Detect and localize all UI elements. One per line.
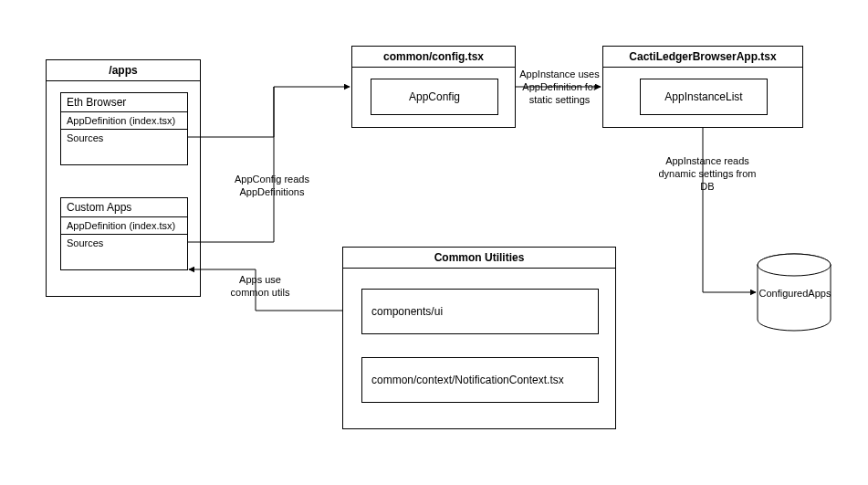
edge-config-to-app: AppInstance uses AppDefinition for stati… <box>518 69 601 106</box>
edge-apps-to-config: AppConfig reads AppDefinitions <box>217 174 327 199</box>
connectors <box>0 0 868 485</box>
edge-utils-to-apps: Apps use common utils <box>224 274 297 300</box>
edge-app-to-db: AppInstance reads dynamic settings from … <box>657 155 758 193</box>
